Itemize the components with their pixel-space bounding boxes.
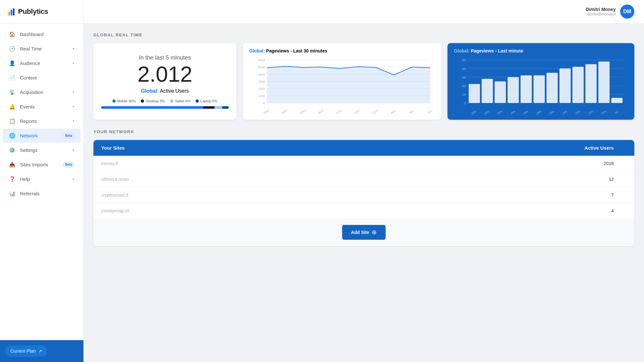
svg-text:400: 400 — [258, 73, 265, 76]
settings-chevron: ▾ — [72, 148, 74, 152]
svg-text:-11m: -11m — [370, 109, 379, 115]
add-site-icon: ⊕ — [372, 229, 377, 236]
table-footer: Add Site ⊕ — [93, 218, 634, 246]
svg-rect-41 — [495, 81, 506, 103]
svg-text:-23m: -23m — [298, 109, 307, 115]
main-content: Dimitri Money dimitri@money.it DM GLOBAL… — [84, 0, 644, 362]
svg-text:50: 50 — [462, 59, 466, 62]
sidebar-item-audience[interactable]: 👤 Audience ▾ — [3, 56, 81, 70]
active-users-suffix: Active Users — [160, 88, 189, 94]
svg-text:-20s: -20s — [574, 110, 581, 115]
svg-text:200: 200 — [258, 87, 265, 90]
page-content: GLOBAL REAL TIME In the last 5 minutes 2… — [84, 23, 644, 255]
svg-rect-40 — [482, 79, 493, 103]
svg-text:40: 40 — [462, 67, 466, 70]
svg-text:-26m: -26m — [280, 109, 289, 115]
site-cell: moneymag.ch — [101, 208, 443, 213]
active-users-card: In the last 5 minutes 2.012 Global: Acti… — [93, 43, 236, 120]
global-prefix: Global: — [141, 88, 159, 94]
svg-rect-47 — [572, 67, 584, 103]
events-icon: 🔔 — [9, 104, 15, 110]
svg-text:-40s: -40s — [522, 110, 529, 115]
section-network-title: YOUR NETWORK — [93, 129, 634, 134]
sidebar-item-content[interactable]: 📄 Content — [3, 71, 81, 85]
network-icon: 🌐 — [9, 133, 15, 139]
sidebar: Publytics 🏠 Dashboard 🕐 Real Time ▾ 👤 Au… — [0, 0, 84, 362]
progress-segment — [215, 106, 222, 109]
sidebar-item-network[interactable]: 🌐 Network Beta — [3, 129, 81, 143]
user-info: Dimitri Money dimitri@money.it — [586, 7, 616, 16]
current-plan-label: Current Plan — [10, 348, 36, 354]
svg-text:-8m: -8m — [389, 109, 397, 115]
progress-segment — [203, 106, 215, 109]
sidebar-item-realtime[interactable]: 🕐 Real Time ▾ — [3, 42, 81, 56]
user-name: Dimitri Money — [586, 7, 616, 12]
referrals-icon: 📊 — [9, 190, 15, 197]
svg-text:-60s: -60s — [470, 110, 477, 115]
chart-1-svg: 50403020100-60s-55s-50s-45s-40s-35s-30s-… — [454, 57, 628, 115]
chart-30-svg: 6005004003002001000-29m-26m-23m-20m-17m-… — [249, 57, 435, 115]
sites-imports-label: Sites Imports — [20, 162, 63, 167]
navigation: 🏠 Dashboard 🕐 Real Time ▾ 👤 Audience ▾ 📄… — [0, 23, 83, 340]
legend-dot — [112, 99, 116, 103]
svg-text:300: 300 — [258, 80, 265, 83]
table-header: Your Sites Active Users — [93, 140, 634, 156]
svg-text:100: 100 — [258, 95, 265, 98]
sidebar-item-sites-imports[interactable]: 📥 Sites Imports Beta — [3, 158, 81, 172]
dashboard-icon: 🏠 — [9, 31, 15, 37]
users-cell: 4 — [443, 208, 627, 213]
sidebar-item-dashboard[interactable]: 🏠 Dashboard — [3, 27, 81, 41]
pageviews-1-card: Global: Pageviews - Last minute 50403020… — [447, 43, 634, 120]
svg-text:600: 600 — [258, 59, 265, 62]
sidebar-item-help[interactable]: ❓ Help ▾ — [3, 172, 81, 186]
add-site-button[interactable]: Add Site ⊕ — [342, 225, 386, 240]
logo-icon — [8, 7, 17, 16]
svg-text:30: 30 — [462, 76, 466, 79]
progress-segment — [222, 106, 229, 109]
legend: Mobile 80%Desktop 9%Tablet 6%Laptop 5% — [112, 99, 217, 103]
table-row[interactable]: ultimora.news 12 — [93, 172, 634, 187]
sidebar-item-settings[interactable]: ⚙️ Settings ▾ — [3, 143, 81, 157]
legend-label: Tablet 6% — [175, 99, 190, 103]
svg-text:-29m: -29m — [262, 109, 271, 115]
svg-rect-44 — [533, 75, 545, 103]
active-users-number: 2.012 — [138, 63, 192, 85]
current-plan-button[interactable]: Current Plan ↗ — [5, 345, 47, 357]
site-cell: money.it — [101, 161, 443, 166]
col-site-header: Your Sites — [101, 145, 443, 151]
legend-dot — [141, 99, 144, 103]
users-cell: 7 — [443, 192, 627, 198]
sidebar-item-referrals[interactable]: 📊 Referrals — [3, 187, 81, 200]
svg-text:-5s: -5s — [613, 110, 619, 115]
acquisition-chevron: ▾ — [72, 90, 74, 94]
audience-icon: 👤 — [9, 60, 15, 66]
table-row[interactable]: money.it 2018 — [93, 156, 634, 172]
sidebar-item-events[interactable]: 🔔 Events ▾ — [3, 100, 81, 114]
table-row[interactable]: moneymag.ch 4 — [93, 203, 634, 218]
avatar[interactable]: DM — [620, 5, 634, 19]
reports-label: Reports — [20, 118, 72, 124]
realtime-icon: 🕐 — [9, 46, 15, 52]
legend-label: Desktop 9% — [146, 99, 165, 103]
legend-item: Laptop 5% — [196, 99, 217, 103]
header: Dimitri Money dimitri@money.it DM — [84, 0, 644, 23]
chart-30-suffix: Pageviews - Last 30 minutes — [266, 48, 327, 53]
svg-text:-25s: -25s — [561, 110, 568, 115]
svg-text:-5m: -5m — [407, 109, 415, 115]
help-icon: ❓ — [9, 176, 15, 182]
progress-segment — [101, 106, 203, 109]
sidebar-item-acquisition[interactable]: 📡 Acquisition ▾ — [3, 85, 81, 99]
logo: Publytics — [0, 0, 83, 23]
legend-dot — [170, 99, 173, 103]
svg-text:-55s: -55s — [483, 110, 490, 115]
active-users-sublabel: In the last 5 minutes — [139, 54, 191, 61]
svg-text:-15s: -15s — [587, 110, 594, 115]
chart-1-suffix: Pageviews - Last minute — [471, 48, 523, 53]
sites-imports-badge: Beta — [63, 162, 74, 167]
table-row[interactable]: cryptosmart.it 7 — [93, 187, 634, 203]
logo-mark: Publytics — [8, 7, 76, 16]
site-cell: ultimora.news — [101, 177, 443, 182]
svg-rect-0 — [8, 12, 10, 15]
svg-text:-50s: -50s — [496, 110, 503, 115]
sidebar-item-reports[interactable]: 📋 Reports ▾ — [3, 114, 81, 128]
